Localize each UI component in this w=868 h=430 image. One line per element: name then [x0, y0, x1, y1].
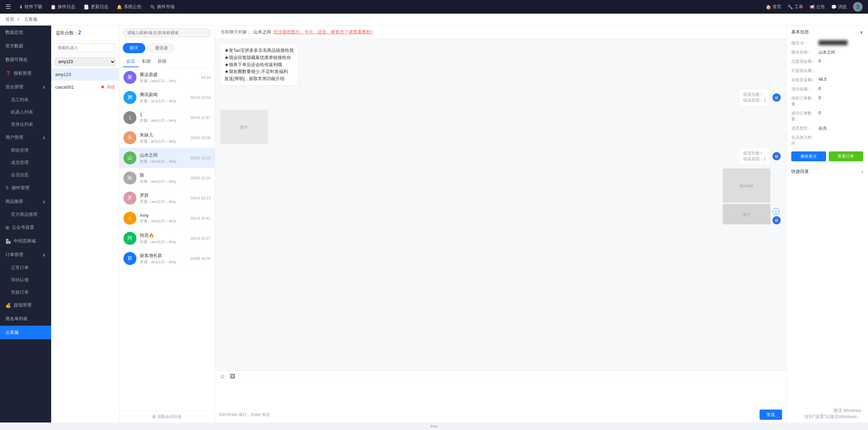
chat-info: 腾讯新闻 所属：amy123 -- Amy — [140, 92, 187, 104]
sidebar-item-data-viz[interactable]: 数据可视化 — [0, 53, 51, 66]
question-icon: ❓ — [5, 71, 11, 76]
chat-list-item[interactable]: 阿 阿亮🔥 所属：amy123 -- Amy 03/14 15:27 — [119, 228, 215, 249]
info-label: 微信名称： — [791, 49, 819, 55]
chat-subtab-group[interactable]: 群聊 — [154, 56, 170, 67]
edit-note-button[interactable]: 修改备注 — [791, 151, 826, 161]
sidebar-item-vip-info[interactable]: 会员信息 — [0, 169, 51, 181]
badge-area: 1 🤖 — [773, 208, 781, 224]
image-button[interactable]: 🖼 — [229, 373, 236, 380]
sidebar-item-auth-mgmt[interactable]: ❓ 授权管理 — [0, 66, 51, 80]
plugin-market-nav[interactable]: 🔌 插件市场 — [150, 4, 175, 10]
system-notice-nav[interactable]: 🔔 系统公告 — [117, 4, 142, 10]
chat-info: 罗群 所属：amy123 -- Amy — [140, 192, 187, 204]
chat-search-input[interactable] — [123, 28, 211, 37]
chat-list-item-selected[interactable]: 山 山水之间 所属：amy123 -- Amy 03/22 11:23 — [119, 148, 215, 168]
account-item-caicai[interactable]: caicai001 高线 — [51, 81, 119, 94]
chat-list-item[interactable]: 罗 罗群 所属：amy123 -- Amy 03/14 18:13 — [119, 188, 215, 208]
info-row-rights-orders: 维权订单数量： 0 — [786, 94, 868, 109]
account-dropdown[interactable]: amy123 — [55, 57, 116, 66]
sidebar-item-employee-list[interactable]: 员工列表 — [0, 94, 51, 106]
info-section-header[interactable]: 基本信息 ∨ — [786, 26, 868, 39]
current-chat-target: 山水之间 — [253, 29, 271, 35]
update-icon: 📄 — [84, 4, 89, 10]
update-log-nav[interactable]: 📄 更新日志 — [84, 4, 108, 10]
sidebar-item-robot-list[interactable]: 机器人列表 — [0, 106, 51, 118]
sidebar-item-withdrawal-mgmt[interactable]: 💰 提现管理 — [0, 298, 51, 312]
chat-list-item[interactable]: 腾 腾讯新闻 所属：amy123 -- Amy 03/24 14:54 — [119, 88, 215, 108]
chat-time: 03/22 11:23 — [191, 156, 210, 160]
info-value-success-orders: 0 — [819, 110, 863, 122]
sidebar-item-official-data[interactable]: 官方数据 — [0, 39, 51, 53]
chat-messages: ★发Tao宝拼多多京东商品链接给我 ★我会回复隐藏最优惠券链接给你 ★领券下单后… — [215, 39, 786, 370]
sidebar-item-group-mgmt[interactable]: 群组管理 — [0, 144, 51, 157]
sidebar-item-backend-mgmt[interactable]: 后台管理 ∧ — [0, 80, 51, 94]
clear-chat-list-button[interactable]: 🗑 清除会话列表 — [119, 411, 215, 422]
sidebar-item-data-overview[interactable]: 数据总览 — [0, 26, 51, 39]
sidebar-item-normal-orders[interactable]: 正常订单 — [0, 262, 51, 274]
info-panel: 基本信息 ∨ 微信 id： ██████████ 微信名称： 山水之间 总提现金… — [786, 26, 868, 422]
account-item-amy[interactable]: amy123 — [51, 69, 119, 81]
user-avatar[interactable]: 👤 — [853, 2, 863, 12]
quick-reply-section[interactable]: 快捷回复 › — [786, 165, 868, 178]
sidebar-item-official-product[interactable]: 官方商品推荐 — [0, 208, 51, 221]
chat-list-item[interactable]: 1 1 所属：amy123 -- Amy 03/24 11:57 — [119, 108, 215, 128]
sidebar-item-wechat-settings[interactable]: ⊞ 公众号设置 — [0, 221, 51, 234]
monitor-title: 监听台数： — [56, 30, 78, 35]
view-orders-button[interactable]: 查看订单 — [829, 151, 864, 161]
breadcrumb-separator: / — [18, 17, 19, 22]
announcement-nav-link[interactable]: 📢 公告 — [809, 4, 825, 10]
hamburger-icon[interactable]: ☰ — [5, 3, 11, 11]
online-status: 高线 — [101, 84, 115, 90]
software-download-nav[interactable]: ⬇ 软件下载 — [19, 4, 42, 10]
breadcrumb-home[interactable]: 首页 — [5, 17, 14, 22]
message-nav-link[interactable]: 💬 消息 — [831, 4, 847, 10]
chevron-down-icon: ∨ — [860, 30, 863, 35]
chat-subtab-session[interactable]: 会话 — [123, 56, 138, 67]
chat-list-item[interactable]: 聚 聚达鼎盛 所属：amy123 -- Amy 14:14 — [119, 68, 215, 88]
chat-list-item[interactable]: A Amy 所属：amy123 -- Amy 03/14 16:41 — [119, 208, 215, 228]
account-name-caicai: caicai001 — [55, 85, 74, 90]
robot-search-input[interactable] — [55, 43, 116, 52]
chat-tab-chat[interactable]: 聊天 — [123, 43, 145, 53]
monitor-header: 监听台数：2 — [51, 26, 119, 41]
chat-search-area — [119, 26, 215, 40]
sidebar-item-login-list[interactable]: 登录位列表 — [0, 118, 51, 131]
sidebar-label: 后台管理 — [5, 84, 23, 90]
info-value-total-withdrawal: 0 — [819, 59, 863, 64]
sidebar-item-midpage-mall[interactable]: 🏪 中间页商城 — [0, 234, 51, 248]
sidebar-item-cloud-service[interactable]: 云客服 — [0, 326, 51, 339]
sidebar-item-blacklist[interactable]: 黑名单列表 — [0, 312, 51, 326]
sidebar-item-product-recommend[interactable]: 商品推荐 ∨ — [0, 195, 51, 208]
sidebar-item-order-mgmt[interactable]: 订单管理 ∧ — [0, 248, 51, 262]
chevron-down-icon: ∧ — [42, 135, 46, 140]
money-icon: 💰 — [5, 303, 11, 308]
chat-tab-contacts[interactable]: 通讯录 — [148, 43, 175, 53]
sidebar-label: 成员管理 — [11, 160, 29, 165]
chat-subtab-private[interactable]: 私聊 — [138, 56, 154, 67]
chat-contact-name: 获客增长群 — [140, 253, 187, 259]
chat-contact-sub: 所属：amy123 -- Amy — [140, 159, 187, 164]
sidebar-item-pending-orders[interactable]: 等待认领 — [0, 274, 51, 286]
sidebar-item-expired-orders[interactable]: 失效订单 — [0, 286, 51, 298]
chat-input-field[interactable] — [215, 383, 786, 406]
sidebar-item-user-mgmt[interactable]: 用户管理 ∧ — [0, 131, 51, 144]
chat-info: 获客增长群 所属：amy123 -- Amy — [140, 253, 187, 265]
chat-list-item[interactable]: 陈 陈 所属：amy123 -- Amy 03/20 15:16 — [119, 168, 215, 188]
sidebar-item-member-mgmt[interactable]: 成员管理 — [0, 157, 51, 169]
info-value-wechat-id: ██████████ — [819, 40, 863, 46]
warning-link[interactable]: 无法接收图片、卡片、语音、财务息？请查看教程> — [273, 29, 373, 35]
chat-list-item[interactable]: 获 获客增长群 所属：amy123 -- Amy 03/08 18:26 — [119, 249, 215, 269]
emoji-button[interactable]: ☺ — [219, 373, 226, 380]
sidebar-item-plugin-mgmt[interactable]: ⠿ 插件管理 — [0, 181, 51, 195]
info-actions: 修改备注 查看订单 — [786, 148, 868, 165]
ticket-nav-link[interactable]: 🔧 工单 — [788, 4, 803, 10]
chat-list-item[interactable]: 朱 朱妹儿 所属：amy123 -- Amy 03/23 18:00 — [119, 128, 215, 148]
monitor-count: 2 — [78, 30, 81, 35]
home-nav-link[interactable]: 🏠 首页 — [766, 4, 781, 10]
send-button[interactable]: 发送 — [760, 410, 782, 420]
operation-log-nav[interactable]: 📋 操作日志 — [50, 4, 75, 10]
chat-tabs-top: 聊天 通讯录 — [119, 40, 215, 56]
message-icon: 💬 — [831, 4, 837, 10]
chat-info: 聚达鼎盛 所属：amy123 -- Amy — [140, 72, 197, 84]
message-bubble: ★发Tao宝拼多多京东商品链接给我 ★我会回复隐藏最优惠券链接给你 ★领券下单后… — [220, 44, 298, 85]
